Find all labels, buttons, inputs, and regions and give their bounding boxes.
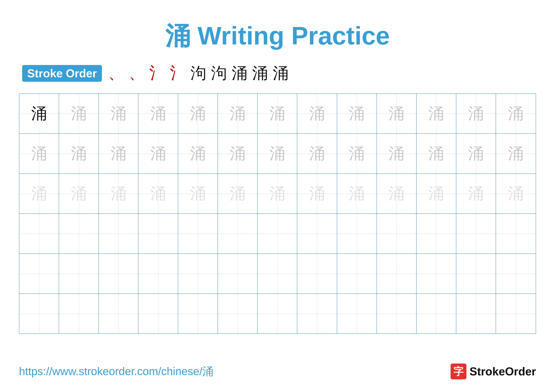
cell-character: 涌 — [150, 143, 166, 164]
grid-cell[interactable] — [218, 294, 258, 334]
grid-cell[interactable]: 涌 — [456, 134, 496, 173]
grid-cell[interactable] — [258, 294, 297, 334]
grid-cell[interactable]: 涌 — [19, 94, 59, 134]
grid-cell[interactable]: 涌 — [218, 94, 258, 134]
grid-cell[interactable] — [99, 214, 139, 253]
grid-cell[interactable]: 涌 — [258, 174, 297, 214]
grid-cell[interactable] — [337, 214, 377, 253]
stroke-step-7: 涌 — [232, 63, 248, 84]
grid-cell[interactable] — [59, 294, 99, 334]
grid-cell[interactable] — [178, 214, 218, 253]
grid-cell[interactable] — [496, 254, 536, 293]
grid-cell[interactable] — [178, 254, 218, 293]
grid-cell[interactable]: 涌 — [258, 94, 297, 134]
grid-cell[interactable] — [99, 254, 139, 293]
cell-character: 涌 — [31, 143, 47, 164]
cell-character: 涌 — [190, 143, 206, 164]
grid-cell[interactable]: 涌 — [377, 94, 416, 134]
grid-cell[interactable]: 涌 — [496, 174, 536, 214]
grid-cell[interactable]: 涌 — [337, 94, 377, 134]
grid-cell[interactable]: 涌 — [337, 174, 377, 214]
logo-icon: 字 — [451, 363, 466, 379]
grid-cell[interactable] — [218, 254, 258, 293]
grid-cell[interactable]: 涌 — [59, 94, 99, 134]
grid-cell[interactable] — [258, 214, 297, 253]
grid-cell[interactable] — [99, 294, 139, 334]
grid-cell[interactable]: 涌 — [416, 134, 456, 173]
grid-cell[interactable]: 涌 — [416, 94, 456, 134]
grid-cell[interactable]: 涌 — [416, 174, 456, 214]
grid-cell[interactable]: 涌 — [99, 174, 139, 214]
grid-cell[interactable]: 涌 — [99, 94, 139, 134]
grid-cell[interactable]: 涌 — [139, 134, 178, 173]
grid-cell[interactable] — [377, 214, 416, 253]
grid-cell[interactable]: 涌 — [99, 134, 139, 173]
grid-cell[interactable] — [496, 214, 536, 253]
grid-cell[interactable] — [456, 294, 496, 334]
grid-cell[interactable]: 涌 — [496, 94, 536, 134]
grid-cell[interactable]: 涌 — [59, 174, 99, 214]
grid-cell[interactable] — [337, 294, 377, 334]
grid-row-3: 涌 涌 涌 涌 涌 涌 涌 涌 涌 涌 涌 涌 涌 — [19, 174, 536, 214]
grid-cell[interactable] — [416, 214, 456, 253]
grid-cell[interactable]: 涌 — [59, 134, 99, 173]
grid-cell[interactable]: 涌 — [258, 134, 297, 173]
grid-cell[interactable]: 涌 — [337, 134, 377, 173]
grid-cell[interactable]: 涌 — [496, 134, 536, 173]
cell-character: 涌 — [349, 183, 365, 204]
grid-cell[interactable]: 涌 — [19, 134, 59, 173]
cell-character: 涌 — [508, 143, 524, 164]
grid-cell[interactable] — [59, 254, 99, 293]
grid-cell[interactable]: 涌 — [19, 174, 59, 214]
grid-cell[interactable] — [297, 294, 337, 334]
grid-cell[interactable]: 涌 — [218, 134, 258, 173]
grid-row-1: 涌 涌 涌 涌 涌 涌 涌 涌 涌 涌 涌 涌 涌 — [19, 94, 536, 134]
grid-cell[interactable] — [377, 294, 416, 334]
grid-cell[interactable]: 涌 — [139, 174, 178, 214]
grid-cell[interactable] — [297, 254, 337, 293]
cell-character: 涌 — [309, 183, 325, 204]
grid-cell[interactable]: 涌 — [377, 134, 416, 173]
grid-cell[interactable] — [139, 254, 178, 293]
stroke-step-3: 氵 — [149, 63, 165, 84]
grid-cell[interactable] — [377, 254, 416, 293]
grid-cell[interactable] — [416, 254, 456, 293]
grid-cell[interactable]: 涌 — [178, 174, 218, 214]
grid-cell[interactable] — [456, 214, 496, 253]
cell-character: 涌 — [230, 143, 246, 164]
grid-cell[interactable] — [19, 294, 59, 334]
grid-cell[interactable] — [258, 254, 297, 293]
grid-cell[interactable]: 涌 — [297, 94, 337, 134]
cell-character: 涌 — [270, 143, 285, 164]
grid-cell[interactable] — [178, 294, 218, 334]
grid-cell[interactable] — [139, 294, 178, 334]
cell-character: 涌 — [349, 143, 365, 164]
grid-cell[interactable] — [19, 254, 59, 293]
page-title: 涌 Writing Practice — [19, 19, 536, 53]
grid-cell[interactable]: 涌 — [456, 174, 496, 214]
grid-cell[interactable]: 涌 — [218, 174, 258, 214]
grid-cell[interactable]: 涌 — [297, 174, 337, 214]
grid-cell[interactable] — [59, 214, 99, 253]
grid-cell[interactable] — [456, 254, 496, 293]
grid-cell[interactable] — [218, 214, 258, 253]
grid-cell[interactable]: 涌 — [377, 174, 416, 214]
grid-cell[interactable] — [19, 214, 59, 253]
grid-cell[interactable] — [297, 214, 337, 253]
footer: https://www.strokeorder.com/chinese/涌 字 … — [19, 363, 536, 379]
grid-cell[interactable]: 涌 — [456, 94, 496, 134]
grid-cell[interactable]: 涌 — [297, 134, 337, 173]
grid-cell[interactable] — [496, 294, 536, 334]
grid-cell[interactable]: 涌 — [178, 134, 218, 173]
grid-cell[interactable]: 涌 — [178, 94, 218, 134]
grid-cell[interactable] — [337, 254, 377, 293]
grid-cell[interactable] — [416, 294, 456, 334]
cell-character: 涌 — [428, 143, 444, 164]
stroke-step-9: 涌 — [273, 63, 289, 84]
footer-url[interactable]: https://www.strokeorder.com/chinese/涌 — [19, 364, 213, 379]
cell-character: 涌 — [388, 143, 404, 164]
grid-row-2: 涌 涌 涌 涌 涌 涌 涌 涌 涌 涌 涌 涌 涌 — [19, 134, 536, 174]
grid-cell[interactable]: 涌 — [139, 94, 178, 134]
grid-cell[interactable] — [139, 214, 178, 253]
stroke-step-8: 涌 — [252, 63, 268, 84]
